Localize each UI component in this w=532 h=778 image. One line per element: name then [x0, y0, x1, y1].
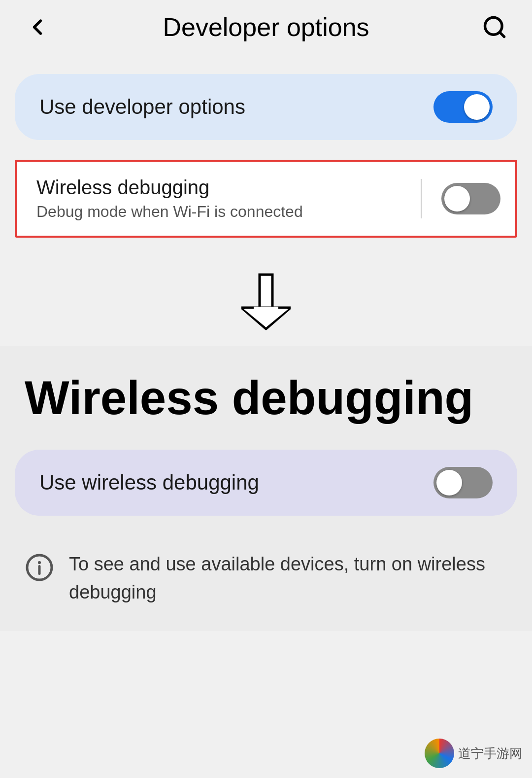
wireless-debugging-toggle[interactable] [441, 183, 500, 214]
developer-options-card[interactable]: Use developer options [15, 74, 517, 140]
watermark-logo [425, 739, 454, 768]
toggle-thumb [444, 186, 470, 212]
back-button[interactable] [20, 9, 55, 45]
developer-options-toggle[interactable] [433, 91, 493, 123]
toggle-thumb [464, 94, 490, 120]
down-arrow-icon [241, 272, 291, 331]
svg-point-8 [39, 562, 40, 564]
info-section: To see and use available devices, turn o… [0, 535, 532, 631]
bottom-section: Wireless debugging Use wireless debuggin… [0, 346, 532, 631]
wireless-debugging-row[interactable]: Wireless debugging Debug mode when Wi-Fi… [15, 160, 517, 238]
info-text: To see and use available devices, turn o… [69, 550, 507, 606]
watermark-text: 道宁手游网 [458, 745, 522, 762]
top-section: Use developer options Wireless debugging… [0, 54, 532, 248]
wireless-debugging-page-title: Wireless debugging [0, 346, 532, 450]
search-button[interactable] [477, 9, 512, 45]
arrow-section [0, 248, 532, 346]
svg-line-1 [499, 32, 504, 36]
wireless-debug-content: Wireless debugging Debug mode when Wi-Fi… [36, 177, 401, 221]
page-title: Developer options [163, 12, 369, 42]
use-wireless-debugging-card[interactable]: Use wireless debugging [15, 450, 517, 516]
info-icon [25, 553, 54, 582]
use-wireless-debugging-label: Use wireless debugging [39, 471, 259, 495]
developer-options-label: Use developer options [39, 95, 245, 119]
toggle-thumb [436, 470, 462, 495]
app-bar: Developer options [0, 0, 532, 54]
info-row: To see and use available devices, turn o… [25, 550, 507, 606]
svg-rect-2 [260, 275, 272, 309]
wireless-debugging-title: Wireless debugging [36, 177, 401, 199]
use-wireless-debugging-toggle[interactable] [433, 467, 493, 498]
wireless-debugging-subtitle: Debug mode when Wi-Fi is connected [36, 203, 401, 221]
vertical-divider [421, 179, 422, 218]
watermark: 道宁手游网 [425, 739, 522, 768]
